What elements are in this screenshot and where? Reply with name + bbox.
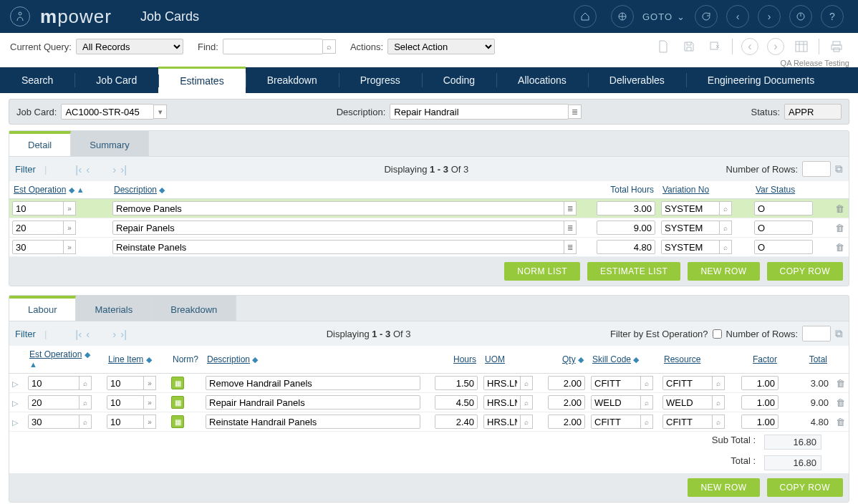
search-icon[interactable]: ⌕ [640,395,653,410]
line-item-input[interactable] [107,395,144,410]
description-input[interactable] [112,201,564,215]
rows-input[interactable] [802,326,831,341]
copy-row-button[interactable]: COPY ROW [767,262,843,281]
nav-next-icon[interactable]: › [758,5,781,28]
search-icon[interactable]: ⌕ [719,220,732,235]
popout-icon[interactable]: ⧉ [835,327,843,340]
popout-icon[interactable]: ⧉ [835,163,843,175]
tab-progress[interactable]: Progress [339,67,422,93]
search-icon[interactable]: ⌕ [520,395,533,410]
tab-breakdown[interactable]: Breakdown [246,67,339,93]
var-status-input[interactable] [754,240,813,254]
search-icon[interactable]: ⌕ [520,376,533,390]
last-page-icon[interactable]: ›| [120,163,127,175]
tab-job-card[interactable]: Job Card [74,67,158,93]
refresh-icon[interactable] [695,5,718,28]
filter-link[interactable]: Filter [15,329,36,339]
new-document-icon[interactable] [655,38,672,55]
hours-input[interactable] [435,415,478,429]
power-icon[interactable] [789,5,812,28]
expand-row-icon[interactable]: ▷ [12,379,22,389]
delete-row-icon[interactable]: 🗑 [835,242,844,253]
estimate-list-button[interactable]: ESTIMATE LIST [587,262,680,281]
search-icon[interactable]: ⌕ [719,201,732,215]
detail-icon[interactable]: ≣ [564,220,577,235]
variation-no-input[interactable] [661,220,720,235]
description-field[interactable] [390,104,569,120]
expand-icon[interactable]: » [143,376,156,390]
expand-icon[interactable]: » [63,220,76,235]
qty-input[interactable] [548,415,585,429]
est-op-input[interactable] [12,201,64,215]
variation-no-input[interactable] [661,201,720,215]
help-icon[interactable]: ? [821,5,844,28]
tab-engineering-documents[interactable]: Engineering Documents [686,67,836,93]
tab-deliverables[interactable]: Deliverables [588,67,686,93]
tab-search[interactable]: Search [0,67,74,93]
norm-icon[interactable]: ▦ [171,377,184,389]
record-prev-icon[interactable]: ‹ [741,38,758,55]
norm-icon[interactable]: ▦ [171,415,184,428]
expand-row-icon[interactable]: ▷ [12,399,22,408]
tab-coding[interactable]: Coding [422,67,496,93]
search-icon[interactable]: ⌕ [79,395,92,410]
find-input[interactable] [223,39,323,54]
description-input[interactable] [206,395,420,410]
description-input[interactable] [206,376,420,390]
table-row[interactable]: ▷⌕»▦⌕⌕⌕4.80🗑 [9,412,849,432]
expand-icon[interactable]: » [63,240,76,254]
search-icon[interactable]: ⌕ [719,240,732,254]
jobcard-field[interactable] [61,104,154,120]
clear-icon[interactable] [706,38,723,55]
last-page-icon[interactable]: ›| [120,328,127,340]
search-icon[interactable]: ⌕ [640,415,653,429]
grid-config-icon[interactable] [793,38,810,55]
qty-input[interactable] [548,376,585,390]
first-page-icon[interactable]: |‹ [75,163,82,175]
est-op-input[interactable] [28,415,79,429]
detail-icon[interactable]: ≣ [564,201,577,215]
goto-menu[interactable]: GOTO ⌄ [607,5,685,28]
subtab-detail[interactable]: Detail [9,131,71,156]
resource-input[interactable] [662,376,713,390]
search-icon[interactable]: ⌕ [79,376,92,390]
expand-icon[interactable]: » [143,395,156,410]
est-op-input[interactable] [28,376,79,390]
record-next-icon[interactable]: › [767,38,784,55]
total-hours-input[interactable] [597,201,655,215]
est-op-input[interactable] [28,395,79,410]
hours-input[interactable] [435,376,478,390]
uom-input[interactable] [483,395,521,410]
next-page-icon[interactable]: › [112,163,116,175]
description-input[interactable] [112,240,564,254]
uom-input[interactable] [483,415,521,429]
var-status-input[interactable] [754,220,813,235]
variation-no-input[interactable] [661,240,720,254]
save-icon[interactable] [680,38,698,55]
chevron-down-icon[interactable]: ▾ [154,105,167,119]
table-row[interactable]: »≣⌕🗑 [9,199,849,218]
search-icon[interactable]: ⌕ [712,395,725,410]
norm-list-button[interactable]: NORM LIST [504,262,580,281]
nav-prev-icon[interactable]: ‹ [726,5,749,28]
qty-input[interactable] [548,395,585,410]
tab-estimates[interactable]: Estimates [158,67,245,93]
delete-row-icon[interactable]: 🗑 [836,397,845,408]
resource-input[interactable] [662,415,713,429]
line-item-input[interactable] [107,415,144,429]
delete-row-icon[interactable]: 🗑 [836,378,845,389]
actions-select[interactable]: Select Action [387,39,495,54]
search-icon[interactable]: ⌕ [520,415,533,429]
new-row-button[interactable]: NEW ROW [688,478,759,497]
description-input[interactable] [112,220,564,235]
subtab-materials[interactable]: Materials [76,296,152,321]
expand-icon[interactable]: » [63,201,76,215]
table-row[interactable]: »≣⌕🗑 [9,238,849,257]
rows-input[interactable] [802,161,831,177]
hours-input[interactable] [435,395,478,410]
search-icon[interactable]: ⌕ [640,376,653,390]
find-search-icon[interactable]: ⌕ [323,39,336,54]
print-icon[interactable] [828,38,845,55]
new-row-button[interactable]: NEW ROW [688,262,759,281]
skill-code-input[interactable] [591,415,641,429]
